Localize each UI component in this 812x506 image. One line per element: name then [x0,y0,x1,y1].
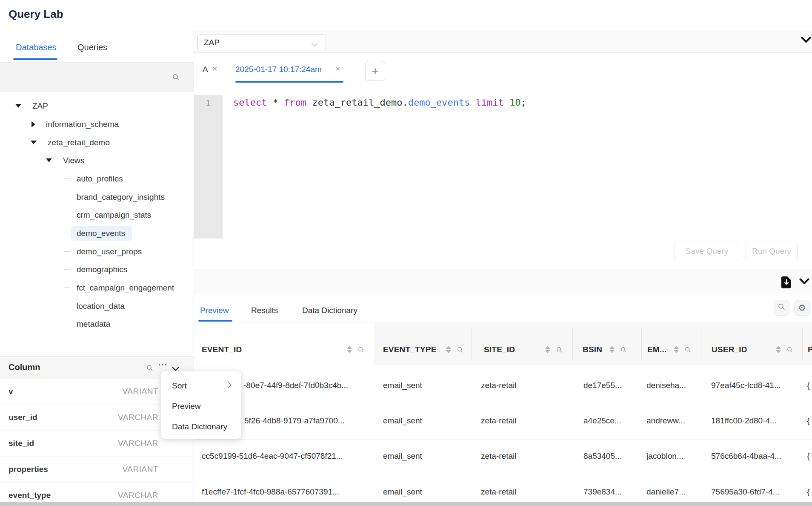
caret-down-icon[interactable] [31,141,37,144]
download-file-icon[interactable] [781,276,792,290]
column-header-bsin[interactable]: BSIN [583,345,602,354]
table-row[interactable]: cc5c9199-51d6-4eac-9047-cf5078f21... ema… [194,440,812,475]
tree-leaf-crm-campaign-stats[interactable]: crm_campaign_stats [77,206,151,224]
column-header-event-id[interactable]: EVENT_ID [202,345,242,354]
cell-event-id: 5f26-4db8-9179-a7fa9700... [244,416,345,426]
results-tabs-bar [194,294,812,322]
sql-number: 10 [509,97,521,108]
caret-down-icon[interactable] [15,104,21,108]
cell-properties-fragment: { [807,487,812,497]
column-search-icon[interactable] [685,347,691,355]
save-query-button[interactable]: Save Query [675,242,739,260]
sql-keyword: from [284,97,306,108]
tab-preview[interactable]: Preview [200,306,229,315]
column-header-site-id[interactable]: SITE_ID [484,345,515,354]
tree-leaf-fct-campaign-engagement[interactable]: fct_campaign_engagement [77,279,174,297]
column-separator [701,328,701,360]
column-name: user_id [9,413,37,422]
sql-space [470,97,475,108]
sort-icon[interactable] [674,346,679,353]
context-menu-item-preview[interactable]: Preview [161,396,241,417]
column-search-icon[interactable] [787,347,793,355]
tree-node-zeta-retail-demo[interactable]: zeta_retail_demo [0,133,194,152]
sort-icon[interactable] [609,346,615,353]
cell-event-id: f1ecffe7-1fcf-4fc0-988a-6577607391... [202,487,339,497]
column-search-icon[interactable] [556,347,563,355]
tree-leaf-demo-events[interactable]: demo_events [77,224,125,242]
sort-icon[interactable] [545,346,550,353]
tab-queries[interactable]: Queries [77,43,107,52]
context-menu-item-data-dictionary[interactable]: Data Dictionary [161,417,241,437]
tree-node-label: crm_campaign_stats [77,210,151,220]
query-tab-timestamp[interactable]: 2025-01-17 10:17:24am [235,65,322,74]
cell-bsin: 739e834... [583,487,622,497]
tree-leaf-auto-profiles[interactable]: auto_profiles [77,170,123,188]
tree-node-information-schema[interactable]: information_schema [0,115,194,133]
column-search-icon[interactable] [146,365,153,373]
column-header-em[interactable]: EM... [647,345,666,354]
tree-node-label: auto_profiles [77,174,123,184]
tree-tick [64,269,70,270]
search-icon[interactable] [172,74,180,83]
tab-results[interactable]: Results [251,306,278,315]
tree-node-label: demographics [77,265,127,274]
tree-tick [64,233,70,233]
sidebar-search-bar[interactable] [0,62,194,92]
column-search-icon[interactable] [457,347,463,355]
cell-properties-fragment: { [807,381,812,390]
results-settings-button[interactable]: ⚙ [794,300,810,316]
tree-node-zap[interactable]: ZAP [0,97,194,115]
tree-node-label: demo_user_props [77,247,142,256]
sql-keyword: limit [476,97,504,108]
column-type: VARCHAR [118,439,158,448]
sort-icon[interactable] [446,346,451,353]
column-name: site_id [9,439,34,448]
cell-event-type: email_sent [383,416,422,426]
query-tab-a[interactable]: A [203,65,208,74]
column-separator [802,328,803,360]
database-select[interactable]: ZAP [197,34,326,50]
column-search-icon[interactable] [620,347,627,355]
column-header-user-id[interactable]: USER_ID [712,345,747,354]
close-tab-a-icon[interactable]: × [212,64,217,74]
collapse-results-chevron-icon[interactable] [799,278,809,286]
table-row[interactable]: f1ecffe7-1fcf-4fc0-988a-6577607391... em… [194,475,812,502]
caret-right-icon[interactable] [31,121,35,127]
cell-event-id: cc5c9199-51d6-4eac-9047-cf5078f21... [202,451,343,461]
tree-leaf-demographics[interactable]: demographics [77,260,127,279]
run-query-button[interactable]: Run Query [746,242,798,260]
tab-databases[interactable]: Databases [16,43,57,52]
column-search-icon[interactable] [358,347,364,355]
collapse-panel-chevron-icon[interactable] [801,37,811,45]
table-row[interactable]: -80e7-44f9-8def-7fd0b3c4b... email_sent … [194,368,812,404]
close-tab-timestamp-icon[interactable]: × [335,64,340,74]
cell-em: deniseha... [646,381,686,390]
tab-data-dictionary[interactable]: Data Dictionary [302,306,357,315]
tree-leaf-location-data[interactable]: location_data [77,297,125,315]
column-type: VARCHAR [118,413,158,422]
column-header-event-type[interactable]: EVENT_TYPE [383,345,437,354]
horizontal-scrollbar[interactable] [0,502,812,506]
new-tab-button[interactable]: + [365,61,385,81]
column-type: VARCHAR [118,491,158,500]
column-type: VARIANT [123,465,158,474]
context-menu-item-sort[interactable]: Sort [161,376,241,396]
sort-icon[interactable] [347,346,352,353]
tree-tick [64,324,70,324]
sql-editor[interactable]: select * from zeta_retail_demo.demo_even… [223,95,812,239]
column-row-properties[interactable]: properties VARIANT [0,457,194,483]
tree-leaf-metadata[interactable]: metadata [77,315,110,333]
menu-item-label: Preview [172,402,201,411]
column-type: VARIANT [123,387,158,396]
column-separator [572,328,573,360]
caret-down-icon[interactable] [46,158,52,162]
tree-leaf-brand-category-insights[interactable]: brand_category_insights [77,188,165,206]
column-more-icon[interactable]: ··· [158,360,168,370]
tree-leaf-demo-user-props[interactable]: demo_user_props [77,242,142,261]
tree-node-views[interactable]: Views [0,151,194,170]
table-row[interactable]: 5f26-4db8-9179-a7fa9700... email_sent ze… [194,404,812,440]
results-search-button[interactable] [774,300,789,316]
column-separator [472,328,472,360]
sort-icon[interactable] [776,346,781,353]
cell-event-type: email_sent [383,451,422,461]
